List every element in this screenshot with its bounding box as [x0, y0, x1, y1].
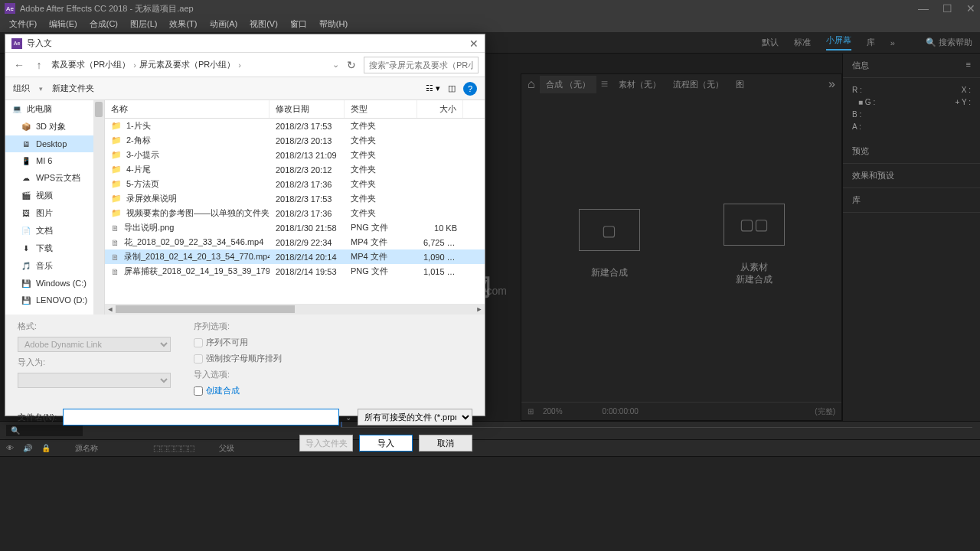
- view-mode-button[interactable]: ☷ ▾: [426, 83, 440, 93]
- filetype-select[interactable]: 所有可接受的文件 (*.prproj;*.c: [358, 409, 472, 425]
- nav-refresh-button[interactable]: ↻: [344, 59, 359, 71]
- nav-back-button[interactable]: ←: [11, 59, 27, 71]
- nav-item[interactable]: 📦3D 对象: [5, 118, 104, 135]
- dialog-search-input[interactable]: [364, 57, 479, 73]
- folder-tree: 💻此电脑📦3D 对象🖥Desktop📱MI 6☁WPS云文档🎬视频🖼图片📄文档⬇…: [5, 100, 105, 315]
- menu-edit[interactable]: 编辑(E): [44, 17, 82, 32]
- col-header-date[interactable]: 修改日期: [270, 100, 345, 118]
- zoom-value[interactable]: 200%: [543, 407, 563, 416]
- tab-composition[interactable]: 合成 （无）: [540, 76, 596, 93]
- new-from-footage-button[interactable]: ▢▢ 从素材 新建合成: [724, 204, 785, 285]
- file-row[interactable]: 📁录屏效果说明2018/2/3 17:53文件夹: [105, 191, 485, 206]
- nav-item[interactable]: 📱MI 6: [5, 152, 104, 169]
- import-button[interactable]: 导入: [359, 435, 413, 452]
- fit-icon[interactable]: ⊞: [528, 407, 534, 416]
- format-select[interactable]: Adobe Dynamic Link: [18, 337, 171, 352]
- tab-graphic[interactable]: 图: [730, 76, 750, 93]
- file-row[interactable]: 📁视频要素的参考图——以单独的文件夹...2018/2/3 17:36文件夹: [105, 206, 485, 220]
- nav-item[interactable]: 💾Windows (C:): [5, 275, 104, 292]
- from-footage-icon: ▢▢: [724, 204, 785, 246]
- col-header-name[interactable]: 名称: [105, 100, 270, 118]
- nav-item[interactable]: 🎵音乐: [5, 257, 104, 275]
- file-row[interactable]: 📁1-片头2018/2/3 17:53文件夹: [105, 119, 485, 133]
- nav-item[interactable]: ☁WPS云文档: [5, 169, 104, 187]
- menu-help[interactable]: 帮助(H): [315, 17, 352, 32]
- nav-item[interactable]: 🖼图片: [5, 204, 104, 222]
- file-row[interactable]: 🗎屏幕捕获_2018_02_14_19_53_39_179....2018/2/…: [105, 264, 485, 279]
- tab-footage[interactable]: 素材（无）: [612, 76, 667, 93]
- file-row[interactable]: 🗎导出说明.png2018/1/30 21:58PNG 文件10 KB: [105, 220, 485, 235]
- breadcrumb[interactable]: 素及要求（PR小组）› 屏元素及要求（PR小组）› ⌄: [51, 59, 339, 70]
- new-folder-button[interactable]: 新建文件夹: [52, 83, 94, 94]
- file-row[interactable]: 📁2-角标2018/2/3 20:13文件夹: [105, 133, 485, 148]
- info-panel-header[interactable]: 信息≡: [843, 54, 980, 78]
- col-header-type[interactable]: 类型: [345, 100, 417, 118]
- sidebar-scrollbar[interactable]: [93, 100, 104, 315]
- nav-item[interactable]: ⬇下载: [5, 240, 104, 257]
- col-header-size[interactable]: 大小: [417, 100, 463, 118]
- file-row[interactable]: 📁3-小提示2018/2/13 21:09文件夹: [105, 148, 485, 162]
- workspace-library[interactable]: 库: [867, 37, 875, 48]
- organize-button[interactable]: 组织: [13, 83, 30, 94]
- comp-tab-bar: ⌂ 合成 （无） ≡ 素材（无） 流程图（无） 图 »: [521, 74, 841, 94]
- menu-layer[interactable]: 图层(L): [126, 17, 162, 32]
- file-row[interactable]: 🗎花_2018_02_09_22_33_34_546.mp42018/2/9 2…: [105, 235, 485, 249]
- import-as-select[interactable]: [18, 373, 171, 388]
- window-title: Adobe After Effects CC 2018 - 无标题项目.aep: [20, 3, 194, 15]
- home-icon[interactable]: ⌂: [528, 77, 535, 91]
- workspace-standard[interactable]: 标准: [794, 37, 811, 48]
- menu-window[interactable]: 窗口: [286, 17, 312, 32]
- composition-panel: ⌂ 合成 （无） ≡ 素材（无） 流程图（无） 图 » ▢ 新建合成 ▢▢ 从素…: [521, 73, 842, 421]
- menu-file[interactable]: 文件(F): [5, 17, 41, 32]
- new-comp-icon: ▢: [579, 209, 640, 251]
- panel-menu-icon[interactable]: ≡: [966, 60, 971, 69]
- nav-up-button[interactable]: ↑: [31, 59, 47, 71]
- close-button[interactable]: ✕: [966, 2, 975, 15]
- dialog-app-icon: Ae: [11, 38, 22, 49]
- info-panel: R :X : ■ G :+ Y : B : A :: [843, 78, 980, 139]
- tab-menu-icon[interactable]: ≡: [601, 77, 608, 91]
- resolution[interactable]: (完整): [815, 406, 835, 417]
- comp-footer: ⊞ 200% 0:00:00:00 (完整): [521, 402, 841, 420]
- nav-item[interactable]: 📄文档: [5, 222, 104, 240]
- filename-label: 文件名(N):: [18, 412, 57, 423]
- panel-more-icon[interactable]: »: [828, 77, 835, 91]
- new-composition-button[interactable]: ▢ 新建合成: [579, 209, 640, 279]
- menu-view[interactable]: 视图(V): [245, 17, 283, 32]
- create-comp-check[interactable]: 创建合成: [194, 385, 282, 396]
- force-alpha-check[interactable]: 强制按字母顺序排列: [194, 353, 282, 364]
- effects-panel-header[interactable]: 效果和预设: [843, 164, 980, 188]
- workspace-default[interactable]: 默认: [762, 37, 779, 48]
- preview-pane-button[interactable]: ◫: [448, 83, 456, 93]
- nav-item[interactable]: 💾LENOVO (D:): [5, 292, 104, 308]
- maximize-button[interactable]: ☐: [942, 2, 952, 15]
- tab-flowchart[interactable]: 流程图（无）: [667, 76, 730, 93]
- right-sidebar: 信息≡ R :X : ■ G :+ Y : B : A : 预览 效果和预设 库: [842, 54, 980, 421]
- seq-unavail-check: 序列不可用: [194, 337, 282, 348]
- cancel-button[interactable]: 取消: [419, 435, 472, 452]
- import-folder-button[interactable]: 导入文件夹: [299, 435, 353, 452]
- seq-options-label: 序列选项:: [194, 321, 282, 332]
- menu-animation[interactable]: 动画(A): [205, 17, 243, 32]
- preview-panel-header[interactable]: 预览: [843, 139, 980, 164]
- nav-item[interactable]: 🎬视频: [5, 187, 104, 204]
- nav-item[interactable]: 💻此电脑: [5, 100, 104, 118]
- menu-effect[interactable]: 效果(T): [165, 17, 201, 32]
- file-list: 名称 修改日期 类型 大小 📁1-片头2018/2/3 17:53文件夹📁2-角…: [105, 100, 485, 315]
- titlebar: Ae Adobe After Effects CC 2018 - 无标题项目.a…: [0, 0, 980, 17]
- workspace-more-icon[interactable]: »: [890, 38, 895, 47]
- file-row[interactable]: 📁4-片尾2018/2/3 20:12文件夹: [105, 162, 485, 177]
- library-panel-header[interactable]: 库: [843, 188, 980, 213]
- menu-composition[interactable]: 合成(C): [85, 17, 122, 32]
- file-row[interactable]: 📁5-方法页2018/2/3 17:36文件夹: [105, 177, 485, 191]
- dialog-close-button[interactable]: ✕: [469, 37, 479, 50]
- workspace-small[interactable]: 小屏幕: [826, 34, 851, 51]
- file-row[interactable]: 🗎录制_2018_02_14_20_13_54_770.mp42018/2/14…: [105, 249, 485, 264]
- import-dialog: Ae 导入文 ✕ ← ↑ 素及要求（PR小组）› 屏元素及要求（PR小组）› ⌄…: [5, 34, 485, 416]
- help-icon[interactable]: ?: [463, 82, 477, 96]
- search-help[interactable]: 🔍 搜索帮助: [926, 37, 972, 48]
- nav-item[interactable]: 🖥Desktop: [5, 135, 104, 152]
- file-hscrollbar[interactable]: ◄ ►: [105, 304, 485, 315]
- minimize-button[interactable]: —: [918, 2, 929, 15]
- filename-input[interactable]: [63, 409, 339, 425]
